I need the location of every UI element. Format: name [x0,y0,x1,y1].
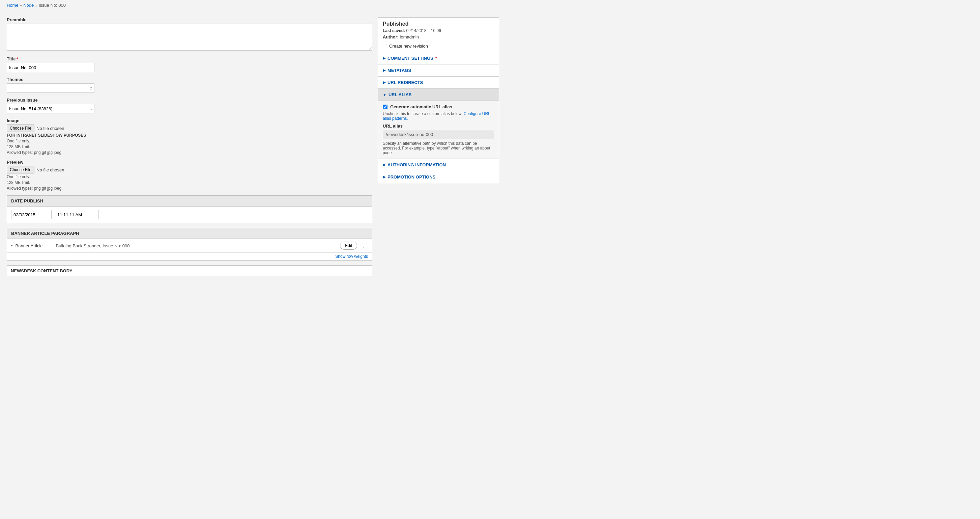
image-choose-file-button[interactable]: Choose File [7,125,34,132]
banner-article-value: Building Back Stronger, Issue No: 000 [56,243,340,248]
title-required-star: * [16,56,18,61]
date-publish-row [11,210,368,219]
image-help-line-3: Allowed types: png gif jpg jpeg. [7,150,372,155]
preview-file-input-row: Choose File No file chosen [7,166,372,174]
url-alias-field-label: URL alias [383,123,494,129]
promotion-options-header[interactable]: ▶ PROMOTION OPTIONS [378,171,499,183]
url-redirects-item: ▶ URL REDIRECTS [378,76,499,88]
banner-paragraph-header: BANNER ARTICLE PARAGRAPH [7,228,372,239]
title-label: Title* [7,56,372,61]
url-alias-label: URL ALIAS [388,92,412,97]
preview-help-line-2: 128 MB limit. [7,180,372,185]
preview-file-name: No file chosen [37,168,64,172]
preamble-textarea[interactable] [7,24,372,51]
banner-edit-button[interactable]: Edit [340,242,357,250]
breadcrumb-current: Issue No: 000 [39,3,66,8]
breadcrumb-node[interactable]: Node [23,3,34,8]
metatags-header[interactable]: ▶ METATAGS [378,64,499,76]
comment-settings-required: * [435,56,437,61]
url-alias-item: ▼ URL ALIAS Generate automatic URL alias… [378,88,499,159]
themes-field-group: Themes ⊙ [7,77,372,93]
newsdesk-content-body-section: NEWSDESK CONTENT BODY [7,265,372,276]
author-row: Author: iomadmin [383,34,494,40]
banner-row: • Banner Article Building Back Stronger,… [7,239,372,253]
generate-auto-row: Generate automatic URL alias [383,104,494,109]
url-alias-description: Specify an alternative path by which thi… [383,141,494,155]
sidebar: Published Last saved: 09/14/2018 – 10:06… [378,17,499,276]
comment-settings-arrow: ▶ [383,56,385,61]
url-redirects-label: URL REDIRECTS [388,80,423,85]
newsdesk-section-title: NEWSDESK CONTENT BODY [11,268,73,273]
date-input[interactable] [11,210,52,219]
preamble-label: Preamble [7,17,372,22]
url-alias-uncheck-help: Uncheck this to create a custom alias be… [383,111,494,121]
preview-label: Preview [7,160,372,164]
banner-article-paragraph-section: BANNER ARTICLE PARAGRAPH • Banner Articl… [7,228,372,260]
breadcrumb-home[interactable]: Home [7,3,19,8]
promotion-options-label: PROMOTION OPTIONS [388,174,435,179]
title-input[interactable] [7,63,94,72]
title-field-group: Title* [7,56,372,72]
banner-bullet: • [11,243,13,248]
image-file-name: No file chosen [37,126,64,131]
url-alias-input[interactable] [383,130,494,139]
create-new-revision-checkbox[interactable] [383,44,387,48]
url-alias-header[interactable]: ▼ URL ALIAS [378,89,499,101]
previous-issue-select[interactable]: Issue No: 514 (83826) [7,104,94,113]
promotion-options-item: ▶ PROMOTION OPTIONS [378,171,499,183]
authoring-information-header[interactable]: ▶ AUTHORING INFORMATION [378,159,499,171]
authoring-information-label: AUTHORING INFORMATION [388,162,446,168]
date-publish-section: DATE PUBLISH [7,195,372,223]
comment-settings-item: ▶ COMMENT SETTINGS * [378,52,499,64]
comment-settings-label: COMMENT SETTINGS [388,56,433,61]
banner-article-label: Banner Article [16,243,56,248]
create-new-revision-label: Create new revision [389,43,428,49]
promotion-options-arrow: ▶ [383,175,385,179]
main-content: Preamble Title* Themes ⊙ Previous Issue [7,17,372,276]
revision-row: Create new revision [378,42,499,52]
sidebar-published-card: Published Last saved: 09/14/2018 – 10:06… [378,17,499,183]
themes-select-wrapper: ⊙ [7,83,94,93]
time-input[interactable] [55,210,99,219]
date-publish-header: DATE PUBLISH [7,196,372,206]
date-publish-body [7,206,372,223]
themes-label: Themes [7,77,372,82]
generate-auto-checkbox[interactable] [383,105,388,109]
published-section: Published Last saved: 09/14/2018 – 10:06… [378,18,499,42]
published-title: Published [383,21,494,27]
metatags-item: ▶ METATAGS [378,64,499,76]
last-saved: Last saved: 09/14/2018 – 10:06 [383,28,494,33]
image-file-input-row: Choose File No file chosen [7,125,372,132]
image-help-line-2: 128 MB limit. [7,144,372,149]
previous-issue-field-group: Previous Issue Issue No: 514 (83826) ⊙ [7,97,372,113]
image-field-group: Image Choose File No file chosen FOR INT… [7,118,372,155]
preview-help-line-3: Allowed types: png gif jpg jpeg. [7,186,372,191]
url-redirects-header[interactable]: ▶ URL REDIRECTS [378,77,499,88]
previous-issue-select-wrapper: Issue No: 514 (83826) ⊙ [7,104,94,113]
authoring-information-arrow: ▶ [383,163,385,167]
preamble-field-group: Preamble [7,17,372,52]
generate-auto-label: Generate automatic URL alias [390,104,452,109]
preview-choose-file-button[interactable]: Choose File [7,166,34,174]
previous-issue-label: Previous Issue [7,97,372,102]
image-help-bold: FOR INTRANET SLIDESHOW PURPOSES [7,133,372,138]
url-alias-arrow: ▼ [383,93,387,97]
metatags-arrow: ▶ [383,68,385,73]
image-help-line-1: One file only. [7,139,372,144]
preview-field-group: Preview Choose File No file chosen One f… [7,160,372,191]
show-row-weights-link[interactable]: Show row weights [7,253,372,260]
metatags-label: METATAGS [388,68,411,73]
url-redirects-arrow: ▶ [383,80,385,85]
breadcrumb: Home » Node » Issue No: 000 [7,3,973,8]
image-label: Image [7,118,372,123]
themes-select[interactable] [7,83,94,93]
banner-more-button[interactable]: ⋮ [360,243,368,249]
comment-settings-header[interactable]: ▶ COMMENT SETTINGS * [378,52,499,64]
authoring-information-item: ▶ AUTHORING INFORMATION [378,159,499,171]
url-alias-body: Generate automatic URL alias Uncheck thi… [378,101,499,159]
preview-help-line-1: One file only. [7,174,372,179]
